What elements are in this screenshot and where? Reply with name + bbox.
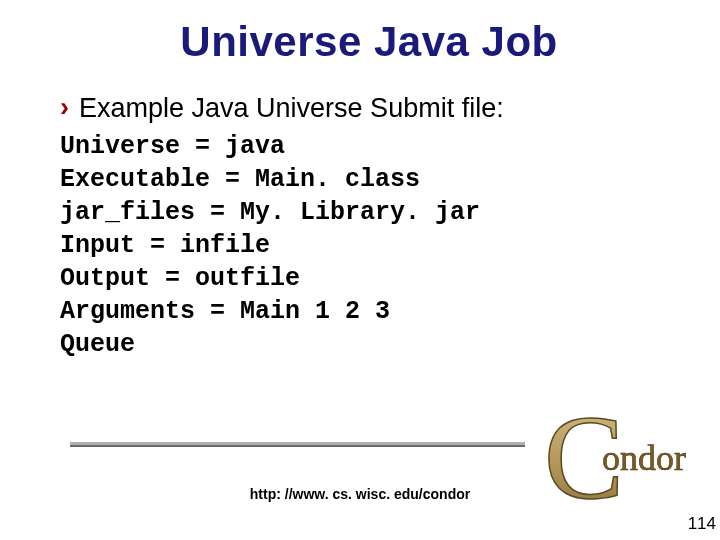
code-line: Universe = java (60, 132, 285, 161)
code-line: Queue (60, 330, 135, 359)
bullet-text: Example Java Universe Submit file: (79, 92, 504, 126)
submit-file-code: Universe = java Executable = Main. class… (60, 130, 678, 361)
bullet-glyph-icon: › (60, 94, 69, 121)
slide-title: Universe Java Job (60, 18, 678, 66)
code-line: Output = outfile (60, 264, 300, 293)
code-line: Arguments = Main 1 2 3 (60, 297, 390, 326)
divider (70, 442, 525, 447)
code-line: jar_files = My. Library. jar (60, 198, 480, 227)
code-line: Input = infile (60, 231, 270, 260)
slide: Universe Java Job › Example Java Univers… (0, 0, 720, 540)
logo-text: ondor (602, 438, 686, 478)
code-line: Executable = Main. class (60, 165, 420, 194)
condor-logo-icon: C ondor (542, 390, 717, 530)
bullet-item: › Example Java Universe Submit file: (60, 92, 678, 126)
